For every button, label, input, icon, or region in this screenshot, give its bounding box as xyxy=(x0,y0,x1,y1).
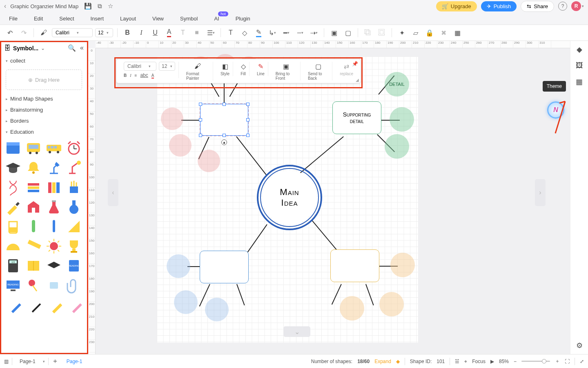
test-tube-icon[interactable] xyxy=(25,218,42,235)
ctx-fill[interactable]: ◇Fill xyxy=(237,62,249,76)
bring-front-icon[interactable]: ▣ xyxy=(328,27,340,38)
publish-button[interactable]: ✈Publish xyxy=(481,1,517,11)
group-brainstorm[interactable]: ▸Brainstorming xyxy=(0,104,88,115)
page-tab-menu[interactable]: ▾ xyxy=(43,359,45,364)
rotate-handle[interactable]: ▲ xyxy=(221,139,227,145)
menu-select[interactable]: Select xyxy=(59,16,74,22)
book-icon[interactable] xyxy=(5,140,21,156)
menu-file[interactable]: File xyxy=(9,16,18,22)
tools-icon[interactable]: ✖ xyxy=(438,27,449,38)
resize-corner-icon[interactable]: ◢ xyxy=(356,78,359,82)
zoom-value[interactable]: 85% xyxy=(499,359,509,364)
menu-layout[interactable]: Layout xyxy=(120,16,136,22)
undo-icon[interactable]: ↶ xyxy=(4,27,16,38)
open-external-icon[interactable]: ⧉ xyxy=(98,2,102,10)
crop-icon[interactable]: ▱ xyxy=(410,27,421,38)
pencil-blue-icon[interactable] xyxy=(5,297,21,313)
orange-node[interactable] xyxy=(330,249,379,282)
connector-icon[interactable]: ↳▾ xyxy=(267,27,278,38)
save-icon[interactable]: 💾 xyxy=(84,2,92,10)
fountain-pen-icon[interactable] xyxy=(5,199,21,215)
zoom-out-icon[interactable]: − xyxy=(514,359,517,364)
menu-edit[interactable]: Edit xyxy=(34,16,43,22)
align-left-icon[interactable]: ≡ xyxy=(191,27,203,38)
ctx-font-color-icon[interactable]: A xyxy=(151,73,154,78)
round-flask-icon[interactable] xyxy=(66,199,82,215)
font-size-select[interactable]: 12▾ xyxy=(95,28,113,37)
search-icon[interactable]: 🔍 xyxy=(68,44,76,52)
dna-icon[interactable] xyxy=(5,179,21,195)
ungroup-icon[interactable]: ⿴ xyxy=(376,27,388,38)
line-weight-icon[interactable]: ━▾ xyxy=(281,27,292,38)
menu-plugin[interactable]: Plugin xyxy=(236,16,250,22)
redo-icon[interactable]: ↷ xyxy=(18,27,29,38)
beaker-icon[interactable] xyxy=(5,218,21,235)
pen-black-icon[interactable] xyxy=(25,297,42,313)
page[interactable]: DETAIL Main Idea xyxy=(157,56,418,343)
next-page-chip[interactable]: › xyxy=(535,179,546,206)
books-stack-icon[interactable] xyxy=(25,179,42,195)
align-top-icon[interactable]: ☰▾ xyxy=(205,27,216,38)
settings-panel-icon[interactable]: ⚙ xyxy=(576,341,583,350)
schoolbus-front-icon[interactable] xyxy=(25,140,42,156)
chevron-down-icon[interactable]: ⌄ xyxy=(41,45,45,51)
ctx-line[interactable]: ✎Line xyxy=(254,62,268,76)
menu-ai[interactable]: AIhot xyxy=(214,16,219,22)
fill-icon[interactable]: ◇ xyxy=(239,27,250,38)
ctx-font-select[interactable]: Calibri▾ xyxy=(124,62,156,71)
alarm-clock-icon[interactable] xyxy=(66,140,82,156)
menu-insert[interactable]: Insert xyxy=(91,16,104,22)
ai-badge[interactable]: N xyxy=(547,101,564,119)
prev-page-chip[interactable]: ‹ xyxy=(108,179,118,206)
underline-icon[interactable]: U xyxy=(149,27,161,38)
sun-icon[interactable] xyxy=(46,238,62,254)
drag-here-zone[interactable]: ⊕Drag Here xyxy=(6,70,82,90)
add-page-icon[interactable]: ＋ xyxy=(52,357,58,366)
down-page-chip[interactable]: ⌄ xyxy=(283,326,310,337)
ctx-size-select[interactable]: 12▾ xyxy=(159,62,175,71)
collapse-sidebar-icon[interactable]: « xyxy=(80,44,84,52)
flask-icon[interactable] xyxy=(46,199,62,215)
ctx-bring-front[interactable]: ▣Bring to Front xyxy=(272,62,301,81)
line-dash-icon[interactable]: ┄▾ xyxy=(294,27,306,38)
test-tube2-icon[interactable] xyxy=(46,218,62,235)
fit-icon[interactable]: ⛶ xyxy=(565,359,570,364)
pushpin-icon[interactable] xyxy=(25,277,42,294)
eraser-icon[interactable] xyxy=(46,277,62,294)
focus-target-icon[interactable]: ⌖ xyxy=(464,359,467,364)
account-menu[interactable]: R ▾ xyxy=(571,1,584,11)
notebook-icon[interactable] xyxy=(25,258,42,274)
blue-node[interactable] xyxy=(200,251,249,283)
group-icon[interactable]: ⿻ xyxy=(362,27,374,38)
focus-label[interactable]: Focus xyxy=(472,359,486,364)
upgrade-button[interactable]: 🛒Upgrade xyxy=(436,1,477,11)
help-icon[interactable]: ? xyxy=(558,2,567,11)
share-button[interactable]: ⇆Share xyxy=(521,1,554,12)
pencil-pink-icon[interactable] xyxy=(66,297,82,313)
mortarboard-icon[interactable] xyxy=(46,258,62,274)
ctx-align-icon[interactable]: ≡ xyxy=(135,73,137,78)
group-collect[interactable]: ▾collect xyxy=(0,55,88,66)
highlight-icon[interactable]: T xyxy=(177,27,189,38)
more-icon[interactable]: ▦ xyxy=(452,27,463,38)
pencil-cup-icon[interactable] xyxy=(66,179,82,195)
star-icon[interactable]: ☆ xyxy=(108,2,113,10)
expand-link[interactable]: Expand xyxy=(374,359,391,364)
calculator-icon[interactable]: 123 xyxy=(5,258,21,274)
group-mindmap[interactable]: ▸Mind Map Shapes xyxy=(0,93,88,104)
group-borders[interactable]: ▸Borders xyxy=(0,115,88,126)
monitor-icon[interactable]: READING xyxy=(5,277,21,294)
image-panel-icon[interactable]: 🖼 xyxy=(576,61,583,70)
line-color-icon[interactable]: ✎ xyxy=(253,27,264,38)
format-painter-icon[interactable]: 🖌 xyxy=(38,27,49,38)
play-icon[interactable]: ▶ xyxy=(490,359,494,364)
page-tab[interactable]: Page-1 xyxy=(16,357,40,366)
page-active[interactable]: Page-1 xyxy=(62,357,87,366)
pages-icon[interactable]: ▥ xyxy=(4,359,9,364)
arrow-style-icon[interactable]: ⇢▾ xyxy=(308,27,320,38)
layers-icon[interactable]: ☱ xyxy=(455,359,459,364)
ctx-send-back[interactable]: ▢Send to Back xyxy=(305,62,332,81)
ctx-italic-icon[interactable]: I xyxy=(130,73,131,78)
font-select[interactable]: Calibri▾ xyxy=(52,28,93,37)
binders-icon[interactable] xyxy=(46,179,62,195)
